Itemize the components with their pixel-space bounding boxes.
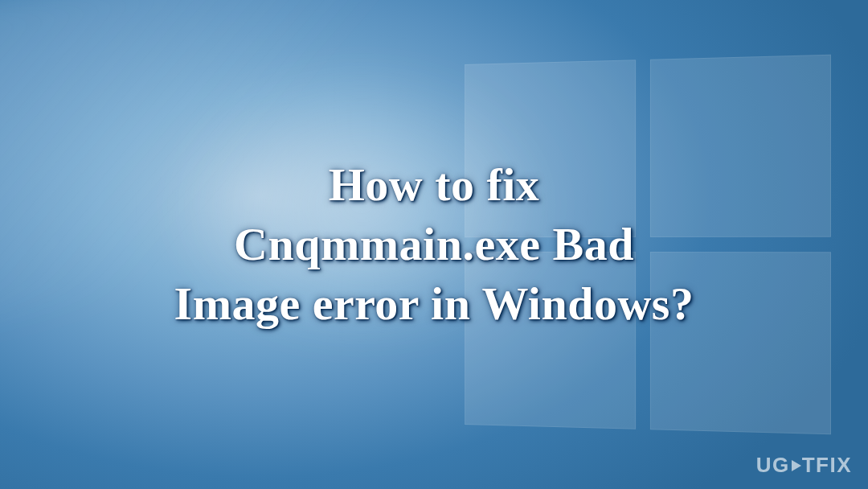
- arrow-right-icon: [792, 460, 801, 471]
- title-line-1: How to fix: [329, 158, 540, 211]
- watermark-prefix: UG: [756, 453, 790, 478]
- title-line-2: Cnqmmain.exe Bad: [234, 218, 634, 270]
- background-container: How to fix Cnqmmain.exe Bad Image error …: [0, 0, 868, 489]
- watermark-logo: UGTFIX: [756, 453, 852, 478]
- watermark-suffix: TFIX: [802, 453, 852, 478]
- page-title: How to fix Cnqmmain.exe Bad Image error …: [0, 155, 868, 335]
- title-line-3: Image error in Windows?: [174, 277, 694, 330]
